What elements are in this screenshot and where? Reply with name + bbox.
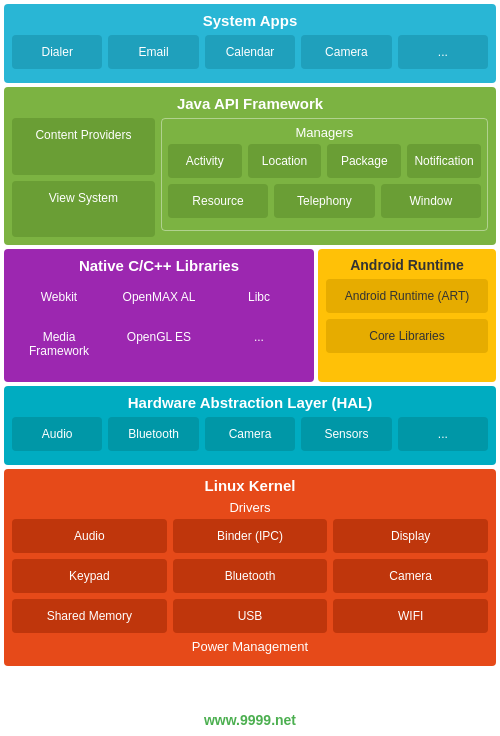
list-item: Camera bbox=[301, 35, 391, 69]
java-api-title: Java API Framework bbox=[12, 95, 488, 112]
list-item: ... bbox=[398, 35, 488, 69]
android-runtime-title: Android Runtime bbox=[326, 257, 488, 273]
list-item: Resource bbox=[168, 184, 268, 218]
native-row1: Webkit OpenMAX AL Libc bbox=[12, 280, 306, 314]
hal-title: Hardware Abstraction Layer (HAL) bbox=[12, 394, 488, 411]
system-apps-layer: System Apps Dialer Email Calendar Camera… bbox=[4, 4, 496, 83]
list-item: Calendar bbox=[205, 35, 295, 69]
list-item: Bluetooth bbox=[108, 417, 198, 451]
watermark: www.9999.net bbox=[204, 712, 296, 728]
list-item: Camera bbox=[333, 559, 488, 593]
list-item: Activity bbox=[168, 144, 242, 178]
list-item: USB bbox=[173, 599, 328, 633]
linux-kernel-title: Linux Kernel bbox=[12, 477, 488, 494]
list-item: Camera bbox=[205, 417, 295, 451]
drivers-row2: Keypad Bluetooth Camera bbox=[12, 559, 488, 593]
list-item: Location bbox=[248, 144, 322, 178]
native-libs-title: Native C/C++ Libraries bbox=[12, 257, 306, 274]
list-item: Email bbox=[108, 35, 198, 69]
managers-title: Managers bbox=[168, 125, 481, 140]
managers-row1: Activity Location Package Notification bbox=[168, 144, 481, 178]
list-item: Android Runtime (ART) bbox=[326, 279, 488, 313]
list-item: Bluetooth bbox=[173, 559, 328, 593]
list-item: ... bbox=[212, 320, 306, 368]
java-api-layer: Java API Framework Content Providers Vie… bbox=[4, 87, 496, 245]
list-item: ... bbox=[398, 417, 488, 451]
middle-section: Native C/C++ Libraries Webkit OpenMAX AL… bbox=[4, 249, 496, 382]
native-row2: Media Framework OpenGL ES ... bbox=[12, 320, 306, 368]
list-item: Audio bbox=[12, 417, 102, 451]
list-item: Keypad bbox=[12, 559, 167, 593]
list-item: OpenMAX AL bbox=[112, 280, 206, 314]
list-item: Window bbox=[381, 184, 481, 218]
hal-layer: Hardware Abstraction Layer (HAL) Audio B… bbox=[4, 386, 496, 465]
content-providers-box: Content Providers bbox=[12, 118, 155, 175]
linux-kernel-layer: Linux Kernel Drivers Audio Binder (IPC) … bbox=[4, 469, 496, 666]
list-item: Package bbox=[327, 144, 401, 178]
system-apps-title: System Apps bbox=[12, 12, 488, 29]
list-item: WIFI bbox=[333, 599, 488, 633]
list-item: Core Libraries bbox=[326, 319, 488, 353]
list-item: Audio bbox=[12, 519, 167, 553]
native-libs-layer: Native C/C++ Libraries Webkit OpenMAX AL… bbox=[4, 249, 314, 382]
list-item: Webkit bbox=[12, 280, 106, 314]
list-item: Media Framework bbox=[12, 320, 106, 368]
view-system-box: View System bbox=[12, 181, 155, 238]
list-item: Notification bbox=[407, 144, 481, 178]
managers-row2: Resource Telephony Window bbox=[168, 184, 481, 218]
list-item: Shared Memory bbox=[12, 599, 167, 633]
list-item: Sensors bbox=[301, 417, 391, 451]
android-runtime-layer: Android Runtime Android Runtime (ART) Co… bbox=[318, 249, 496, 382]
drivers-title: Drivers bbox=[12, 500, 488, 515]
list-item: Dialer bbox=[12, 35, 102, 69]
list-item: Binder (IPC) bbox=[173, 519, 328, 553]
list-item: OpenGL ES bbox=[112, 320, 206, 368]
list-item: Libc bbox=[212, 280, 306, 314]
drivers-row3: Shared Memory USB WIFI bbox=[12, 599, 488, 633]
system-apps-row: Dialer Email Calendar Camera ... bbox=[12, 35, 488, 69]
drivers-row1: Audio Binder (IPC) Display bbox=[12, 519, 488, 553]
hal-row: Audio Bluetooth Camera Sensors ... bbox=[12, 417, 488, 451]
managers-section: Managers Activity Location Package Notif… bbox=[161, 118, 488, 231]
power-management-label: Power Management bbox=[12, 639, 488, 654]
list-item: Telephony bbox=[274, 184, 374, 218]
list-item: Display bbox=[333, 519, 488, 553]
